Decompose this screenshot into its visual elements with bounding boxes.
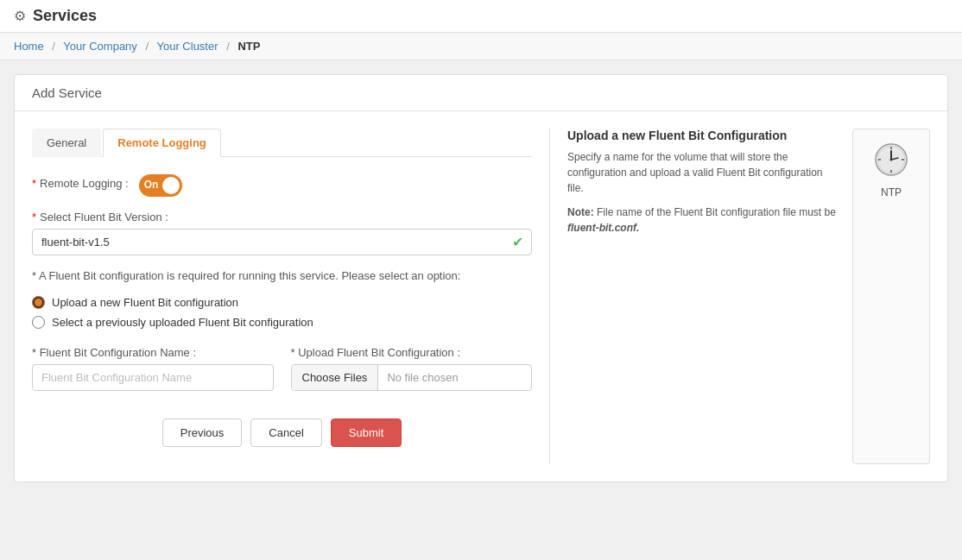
breadcrumb-separator-3: / [226, 40, 230, 53]
info-box-description: Specify a name for the volume that will … [567, 149, 839, 196]
ntp-label: NTP [881, 186, 902, 198]
toggle-container: On [139, 174, 182, 197]
radio-upload-label[interactable]: Upload a new Fluent Bit configuration [52, 296, 238, 309]
remote-logging-label: * Remote Logging : [32, 177, 129, 190]
card-title: Add Service [32, 85, 102, 100]
page-header: ⚙ Services [0, 0, 962, 33]
radio-select-input[interactable] [32, 316, 45, 329]
config-notice-text: * A Fluent Bit configuration is required… [32, 269, 460, 282]
config-name-label: * Fluent Bit Configuration Name : [32, 346, 274, 359]
note-text: File name of the Fluent Bit configuratio… [597, 206, 836, 218]
info-box-title: Upload a new Fluent Bit Configuration [567, 129, 839, 142]
tab-remote-logging[interactable]: Remote Logging [103, 129, 221, 157]
card-header: Add Service [15, 75, 947, 111]
config-name-input[interactable] [32, 364, 274, 391]
choose-files-button[interactable]: Choose Files [292, 365, 379, 390]
radio-select-item: Select a previously uploaded Fluent Bit … [32, 316, 532, 329]
radio-upload-item: Upload a new Fluent Bit configuration [32, 296, 532, 309]
breadcrumb-company[interactable]: Your Company [63, 40, 137, 53]
file-input-wrapper: Choose Files No file chosen [291, 364, 533, 391]
config-name-col: * Fluent Bit Configuration Name : [32, 346, 274, 391]
note-prefix: Note: [567, 206, 594, 218]
fluent-bit-version-select[interactable]: fluent-bit-v1.5 fluent-bit-v1.4 fluent-b… [32, 229, 532, 255]
breadcrumb-cluster[interactable]: Your Cluster [156, 40, 218, 53]
note-filename: fluent-bit.conf. [567, 222, 639, 234]
tab-general[interactable]: General [32, 129, 101, 157]
radio-select-label[interactable]: Select a previously uploaded Fluent Bit … [52, 316, 313, 329]
upload-config-label: * Upload Fluent Bit Configuration : [291, 346, 533, 359]
previous-button[interactable]: Previous [162, 418, 243, 447]
no-file-chosen-text: No file chosen [378, 365, 466, 390]
cancel-button[interactable]: Cancel [250, 418, 321, 447]
submit-button[interactable]: Submit [331, 418, 402, 447]
svg-point-8 [890, 159, 893, 161]
main-container: Add Service General Remote Logging [0, 60, 962, 496]
breadcrumb: Home / Your Company / Your Cluster / NTP [0, 33, 962, 60]
upload-config-col: * Upload Fluent Bit Configuration : Choo… [291, 346, 533, 391]
ntp-icon [870, 138, 913, 181]
buttons-row: Previous Cancel Submit [32, 405, 532, 464]
card-body: General Remote Logging * Remote Logging … [15, 111, 947, 481]
breadcrumb-home[interactable]: Home [14, 40, 44, 53]
remote-logging-toggle[interactable]: On [139, 174, 182, 197]
radio-upload-input[interactable] [32, 296, 45, 309]
radio-group: Upload a new Fluent Bit configuration Se… [32, 296, 532, 329]
right-panel: Upload a new Fluent Bit Configuration Sp… [567, 129, 930, 464]
add-service-card: Add Service General Remote Logging [14, 74, 948, 482]
remote-logging-group: * Remote Logging : On [32, 174, 532, 197]
left-panel: General Remote Logging * Remote Logging … [32, 129, 532, 464]
breadcrumb-current: NTP [237, 40, 260, 53]
info-box: Upload a new Fluent Bit Configuration Sp… [567, 129, 839, 464]
ntp-box: NTP [852, 129, 930, 464]
select-version-label: * Select Fluent Bit Version : [32, 211, 532, 223]
toggle-on-label: On [144, 179, 159, 191]
select-wrapper: fluent-bit-v1.5 fluent-bit-v1.4 fluent-b… [32, 229, 532, 255]
breadcrumb-separator-1: / [52, 40, 55, 53]
right-divider [549, 129, 550, 464]
info-box-note: Note: File name of the Fluent Bit config… [567, 204, 839, 236]
tabs-container: General Remote Logging [32, 129, 532, 157]
breadcrumb-separator-2: / [145, 40, 149, 53]
page-title: Services [33, 7, 97, 25]
ntp-clock-icon [874, 142, 908, 177]
select-version-group: * Select Fluent Bit Version : fluent-bit… [32, 211, 532, 255]
config-fields-row: * Fluent Bit Configuration Name : * Uplo… [32, 346, 532, 391]
gear-icon: ⚙ [14, 8, 26, 24]
config-notice: * A Fluent Bit configuration is required… [32, 269, 532, 282]
